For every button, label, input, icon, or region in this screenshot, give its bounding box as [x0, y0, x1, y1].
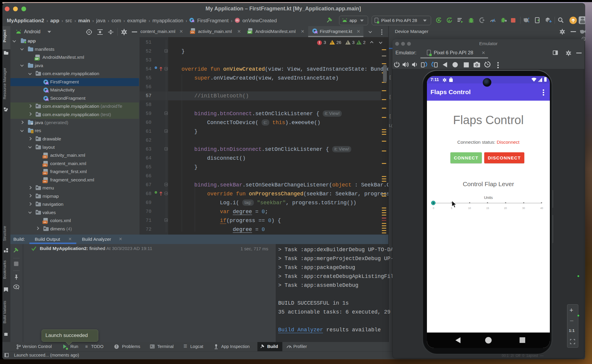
- svg-text:A: A: [448, 19, 450, 23]
